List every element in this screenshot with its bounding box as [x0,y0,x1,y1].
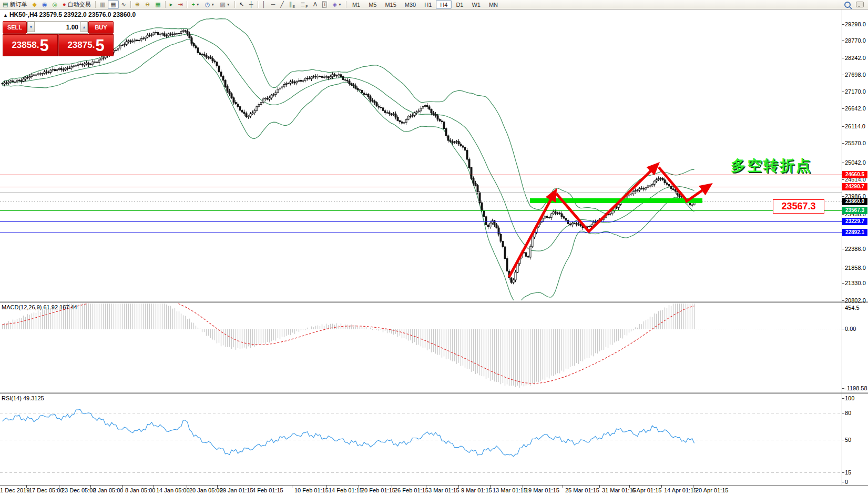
toolbar-right [844,2,864,8]
line-chart-mode-button[interactable]: ∿ [119,0,129,9]
timeframe-mn-button[interactable]: MN [485,0,502,9]
auto-scroll-icon: ▸ [170,1,173,8]
horizontal-line-icon: ─ [271,1,275,8]
buy-button[interactable]: BUY [88,21,114,34]
chart-legend: ▲HK50-,H4 23579.5 23922.0 23576.0 23860.… [3,11,136,18]
auto-scroll-button[interactable]: ▸ [167,0,176,9]
alerts-icon: ◆ [32,1,36,8]
time-tick-label: 8 Jan 05:00 [125,487,156,493]
fibonacci-icon: ≣ [300,1,305,8]
time-tick-label: 14 Jan 05:00 [156,487,190,493]
search-icon[interactable] [844,2,851,8]
new-order-icon: ▤ [3,1,8,8]
auto-trading-label: 自动交易 [68,1,91,8]
alerts-button[interactable]: ◆ [29,0,39,9]
mt4-window: ▤新订单◆◉◎●自动交易▥▦∿⊕⊖▦▸⇥+▼◷▼▨▼↖┼│─╱∥E≣FAT◈▼M… [0,0,868,495]
timeframe-m5-button[interactable]: M5 [364,0,381,9]
time-tick-label: 19 Mar 01:15 [525,487,559,493]
crosshair-button[interactable]: ┼ [247,0,256,9]
time-tick-label: 26 Feb 01:15 [394,487,428,493]
indicators-button[interactable]: +▼ [189,0,202,9]
time-axis[interactable]: 1 Dec 201917 Dec 05:0023 Dec 05:002 Jan … [0,0,868,495]
time-tick-label: 1 Dec 2019 [0,487,29,493]
text-button[interactable]: A [311,0,320,9]
zoom-in-icon: ⊕ [135,1,140,8]
time-tick-label: 20 Jan 05:00 [189,487,223,493]
timeframe-w1-button[interactable]: W1 [467,0,485,9]
tile-windows-icon: ▦ [155,1,160,8]
legend-text: HK50-,H4 23579.5 23922.0 23576.0 23860.0 [9,11,136,18]
timeframe-h1-button[interactable]: H1 [420,0,436,9]
chart-shift-button[interactable]: ⇥ [175,0,185,9]
bar-chart-mode-icon: ▥ [100,1,105,8]
toolbar-separator [258,1,258,8]
timeframe-d1-button[interactable]: D1 [452,0,467,9]
new-order-button[interactable]: ▤新订单 [0,0,29,9]
community-icon: ◉ [42,1,47,8]
candlestick-mode-icon: ▦ [110,1,116,8]
toolbar-separator [130,1,131,8]
equidistant-channel-icon: ∥ [289,1,292,8]
crosshair-icon: ┼ [249,1,253,8]
community-button[interactable]: ◉ [39,0,50,9]
indicators-dropdown-icon[interactable]: ▼ [196,3,200,6]
templates-icon: ▨ [220,1,225,8]
templates-button[interactable]: ▨▼ [217,0,232,9]
periods-button[interactable]: ◷▼ [202,0,218,9]
time-tick-label: 9 Mar 01:15 [461,487,492,493]
arrows-icon: ◈ [332,1,336,8]
horizontal-line-button[interactable]: ─ [269,0,278,9]
time-tick-label: 29 Jan 01:15 [220,487,253,493]
periods-dropdown-icon[interactable]: ▼ [211,3,215,6]
signals-button[interactable]: ◎ [49,0,60,9]
candlestick-mode-button[interactable]: ▦ [108,0,118,9]
timeframe-m15-button[interactable]: M15 [381,0,400,9]
buy-price-display[interactable]: 23875.5 [58,34,114,56]
macd-indicator-label: MACD(12,26,9) 61.92 167.44 [2,304,77,310]
toolbar-separator [95,1,96,8]
support-price-label: 23567.3 [773,199,824,214]
time-tick-label: 17 Dec 05:00 [29,487,63,493]
bar-chart-mode-button[interactable]: ▥ [97,0,108,9]
signals-icon: ◎ [52,1,57,8]
new-order-label: 新订单 [9,1,27,8]
fibonacci-button[interactable]: ≣F [298,0,311,9]
periods-icon: ◷ [205,1,210,8]
buy-price-main: 23875. [67,40,95,50]
sell-button[interactable]: SELL [3,21,27,34]
tile-windows-button[interactable]: ▦ [152,0,163,9]
toolbar-separator [346,1,346,8]
rsi-indicator-label: RSI(14) 49.3125 [2,395,44,401]
volume-decrease-button[interactable]: ▼ [27,22,35,32]
arrows-button[interactable]: ◈▼ [330,0,344,9]
volume-increase-button[interactable]: ▲ [80,22,88,32]
zoom-out-icon: ⊖ [145,1,150,8]
arrows-dropdown-icon[interactable]: ▼ [338,3,342,6]
trendline-button[interactable]: ╱ [278,0,287,9]
cursor-icon: ↖ [239,1,244,8]
vertical-line-button[interactable]: │ [260,0,269,9]
volume-stepper: ▼ ▲ [27,21,88,34]
equidistant-channel-button[interactable]: ∥E [287,0,298,9]
toolbar-separator [187,1,187,8]
timeframe-h4-button[interactable]: H4 [436,0,452,9]
zoom-in-button[interactable]: ⊕ [132,0,142,9]
chat-icon[interactable] [856,2,864,7]
cursor-button[interactable]: ↖ [237,0,247,9]
time-tick-label: 3 Mar 01:15 [428,487,459,493]
indicators-icon: + [191,1,195,8]
volume-input[interactable] [35,22,80,33]
text-label-button[interactable]: T [320,0,330,9]
timeframe-m1-button[interactable]: M1 [348,0,364,9]
time-tick-label: 20 Feb 01:15 [361,487,395,493]
zoom-out-button[interactable]: ⊖ [142,0,152,9]
templates-dropdown-icon[interactable]: ▼ [227,3,230,6]
auto-trading-button[interactable]: ●自动交易 [60,0,94,9]
timeframe-m30-button[interactable]: M30 [401,0,420,9]
trendline-icon: ╱ [280,1,284,8]
sell-price-main: 23858. [12,40,39,50]
time-tick-label: 31 Mar 01:15 [602,487,636,493]
toolbar-separator [165,1,166,8]
one-click-trading-panel: SELL ▼ ▲ BUY 23858.5 23875.5 [3,21,113,55]
sell-price-display[interactable]: 23858.5 [3,34,58,56]
